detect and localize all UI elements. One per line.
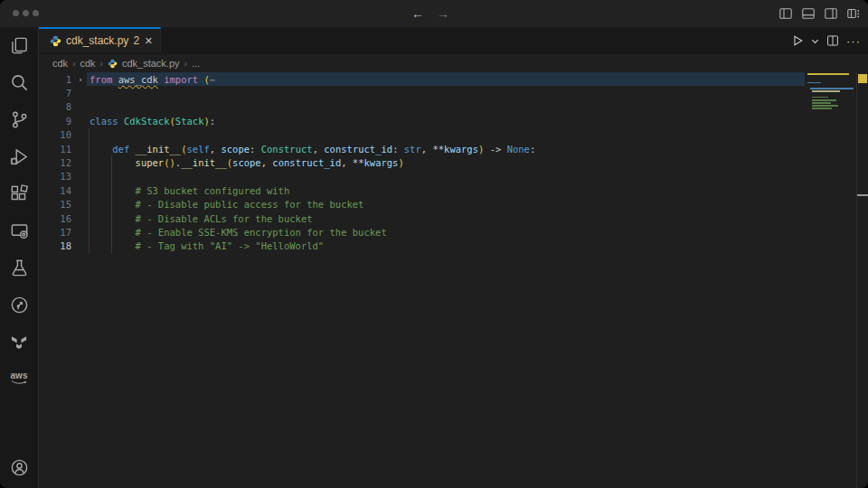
line-number[interactable]: 1 (39, 74, 71, 85)
extensions-icon (10, 184, 29, 203)
code-line-16[interactable]: 16 # - Disable ACLs for the bucket (39, 211, 868, 225)
activity-bar-source-control[interactable] (0, 101, 38, 138)
code-line-13[interactable]: 13 (39, 170, 868, 183)
code-line-15[interactable]: 15 # - Disable public access for the buc… (39, 198, 868, 211)
code-text: # S3 bucket configured with (90, 185, 289, 196)
code-text: class CdkStack(Stack): (90, 116, 215, 127)
minimap-line (807, 108, 857, 110)
split-editor-icon (826, 34, 839, 47)
line-number[interactable]: 16 (39, 213, 71, 224)
source-control-icon (10, 110, 29, 129)
toggle-secondary-sidebar-icon[interactable] (824, 6, 838, 21)
more-actions-button[interactable]: ··· (846, 34, 861, 48)
code-text: # - Tag with "AI" -> "HelloWorld" (90, 240, 324, 251)
line-number[interactable]: 14 (39, 185, 71, 196)
title-bar: ← → (0, 0, 868, 27)
account-icon (10, 458, 29, 477)
code-editor[interactable]: 1›from aws_cdk import (⋯789class CdkStac… (39, 72, 868, 488)
activity-bar-search[interactable] (0, 64, 38, 101)
history-navigation: ← → (411, 0, 449, 27)
code-line-11[interactable]: 11 def __init__(self, scope: Construct, … (39, 142, 868, 155)
terraform-icon (10, 333, 28, 352)
window-controls[interactable] (13, 10, 39, 16)
python-file-icon (50, 35, 61, 47)
code-line-8[interactable]: 8 (39, 100, 868, 114)
breadcrumb: cdk › cdk › cdk_stack.py › ... (39, 54, 868, 72)
minimap[interactable] (807, 73, 857, 110)
line-number[interactable]: 13 (39, 171, 71, 182)
activity-bar-testing[interactable] (0, 249, 38, 286)
tab-bar: cdk_stack.py 2 ✕ ··· (39, 27, 868, 54)
tab-filename: cdk_stack.py (66, 34, 128, 47)
beaker-icon (10, 258, 29, 277)
line-number[interactable]: 11 (39, 144, 71, 155)
activity-bar-run-and-debug[interactable] (0, 138, 38, 175)
run-dropdown-button[interactable] (811, 37, 819, 45)
overview-ruler[interactable] (856, 72, 868, 488)
activity-bar-git-graph[interactable] (0, 286, 38, 324)
activity-bar-explorer[interactable] (0, 27, 38, 64)
window-close-icon[interactable] (13, 10, 19, 16)
code-line-17[interactable]: 17 # - Enable SSE-KMS encryption for the… (39, 225, 868, 239)
line-number[interactable]: 18 (39, 240, 71, 251)
code-line-14[interactable]: 14 # S3 bucket configured with (39, 183, 868, 197)
line-number[interactable]: 10 (39, 129, 71, 140)
aws-icon: aws (10, 372, 28, 386)
python-file-icon (108, 59, 118, 69)
code-text: # - Disable public access for the bucket (90, 199, 363, 210)
git-graph-icon (10, 296, 29, 314)
code-text: # - Enable SSE-KMS encryption for the bu… (90, 227, 387, 238)
breadcrumb-separator-icon: › (100, 59, 103, 69)
split-editor-button[interactable] (826, 34, 839, 47)
go-forward-icon[interactable]: → (437, 7, 449, 20)
code-line-10[interactable]: 10 (39, 128, 868, 142)
run-and-debug-icon (10, 147, 29, 166)
breadcrumb-separator-icon: › (184, 59, 187, 69)
line-number[interactable]: 12 (39, 157, 71, 168)
code-line-12[interactable]: 12 super().__init__(scope, construct_id,… (39, 155, 868, 169)
activity-bar-extensions[interactable] (0, 175, 38, 212)
breadcrumb-folder[interactable]: cdk (80, 58, 95, 69)
cursor-marker (857, 194, 868, 196)
activity-bar-terraform[interactable] (0, 324, 38, 361)
layout-controls (778, 0, 861, 27)
tab-badge: 2 (133, 34, 139, 47)
code-text: from aws_cdk import (⋯ (90, 74, 215, 85)
window-maximize-icon[interactable] (33, 10, 39, 16)
remote-explorer-icon (10, 221, 29, 240)
code-lines: 1›from aws_cdk import (⋯789class CdkStac… (39, 72, 868, 253)
code-line-18[interactable]: 18 # - Tag with "AI" -> "HelloWorld" (39, 239, 868, 253)
customize-layout-icon[interactable] (846, 6, 861, 21)
breadcrumb-file[interactable]: cdk_stack.py (122, 58, 180, 69)
activity-bar-remote-explorer[interactable] (0, 212, 38, 249)
activity-bar-accounts[interactable] (0, 449, 38, 486)
editor-group: cdk_stack.py 2 ✕ ··· (39, 27, 868, 488)
code-text: def __init__(self, scope: Construct, con… (90, 144, 535, 155)
code-text: # - Disable ACLs for the bucket (90, 213, 313, 224)
run-python-file-button[interactable] (791, 34, 804, 47)
window-minimize-icon[interactable] (23, 10, 29, 16)
go-back-icon[interactable]: ← (411, 7, 424, 20)
tab-cdk-stack-py[interactable]: cdk_stack.py 2 ✕ (39, 27, 161, 52)
activity-bar-aws[interactable]: aws (0, 361, 38, 398)
toggle-panel-icon[interactable] (801, 6, 816, 21)
vscode-window: ← → (0, 0, 868, 488)
line-number[interactable]: 17 (39, 227, 71, 238)
breadcrumb-symbol[interactable]: ... (192, 58, 200, 69)
code-line-1[interactable]: 1›from aws_cdk import (⋯ (39, 72, 868, 86)
warning-marker (858, 74, 867, 83)
tab-close-icon[interactable]: ✕ (145, 35, 153, 47)
editor-actions: ··· (791, 27, 861, 54)
line-number[interactable]: 8 (39, 101, 71, 112)
code-line-7[interactable]: 7 (39, 86, 868, 99)
code-text: super().__init__(scope, construct_id, **… (90, 157, 404, 168)
activity-bar: aws (0, 27, 39, 488)
line-number[interactable]: 15 (39, 199, 71, 210)
line-number[interactable]: 7 (39, 88, 71, 99)
search-icon (10, 73, 29, 92)
breadcrumb-folder[interactable]: cdk (52, 58, 68, 69)
chevron-down-icon (811, 37, 819, 45)
code-line-9[interactable]: 9class CdkStack(Stack): (39, 114, 868, 127)
toggle-primary-sidebar-icon[interactable] (778, 6, 793, 21)
line-number[interactable]: 9 (39, 116, 71, 127)
